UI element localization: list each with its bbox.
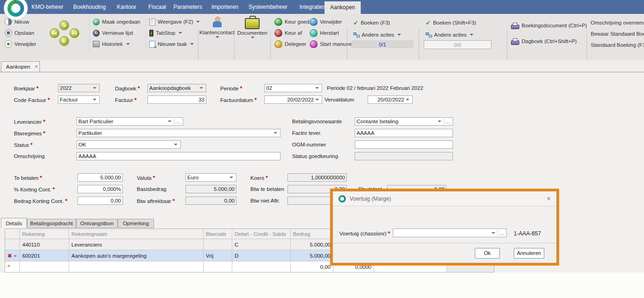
menu-parameters[interactable]: Parameters [171,0,205,14]
vervaldatum-picker[interactable]: 20/02/2022 [368,95,413,104]
menu-kmo-beheer[interactable]: KMO-beheer [29,0,66,14]
vernieuw-lijst-button[interactable]: ↻Vernieuw lijst [93,29,133,37]
skip-forward-icon [75,32,77,35]
code-factuur-combo[interactable]: Factuur [58,95,100,104]
chevron-down-icon [174,144,178,146]
omschrijving-overnemen-button[interactable]: Omschrijving overnemen [591,19,644,27]
tab-aankopen[interactable]: Aankopen × [1,61,40,72]
bedrag-korting-label: Bedrag Korting Cont. [14,198,67,204]
ellipsis-button[interactable]: … [174,119,182,124]
dialog-title-bar[interactable]: Voertuig (Marge) × [333,191,556,206]
ok-button[interactable]: Ok [475,248,500,259]
documenten-button[interactable]: Documenten [236,16,269,38]
nav-last-button[interactable]: ▶ [70,28,79,38]
tab-details[interactable]: Details [1,218,27,228]
current-row-arrow-icon: ▶ [14,254,17,258]
leverancier-combo[interactable]: Bart Particulier … [77,117,183,126]
koers-input: 1,0000000000 [287,173,347,182]
betalingsvoorwaarde-combo[interactable]: Contante betaling … [355,117,453,126]
weergave-button[interactable]: Weergave (F2) [149,18,200,26]
verwijder-goedkeuring-button[interactable]: Verwijder [310,18,342,26]
koers-label: Koers [250,175,268,181]
tabstop-button[interactable]: TabStop [149,29,182,37]
col-rekeningnaam[interactable]: Rekeningnaam [69,229,204,239]
chevron-down-icon [274,132,277,134]
printer-icon [511,40,519,45]
nav-previous-button[interactable]: ◀ [59,20,69,30]
document-tab-strip [0,60,644,72]
bewaar-standaard-boeking-button[interactable]: Bewaar Standaard Boeking [591,30,644,38]
reject-icon [274,29,282,37]
standaard-boeking-button[interactable]: Standaard Boeking (F10) [591,41,644,49]
new-row-star-icon: * [7,265,10,269]
andere-acties-ubl-button[interactable]: Andere acties [353,31,401,39]
boeken-f3-button[interactable]: ✔Boeken (F3) [353,19,390,27]
voertuig-chassisnr-combo[interactable]: … [393,228,507,237]
bedrag-korting-input[interactable]: 0,00 [77,197,123,205]
remove-approval-icon [310,18,318,26]
ellipsis-button[interactable]: … [444,119,452,124]
historiek-button[interactable]: Historiek [93,40,130,48]
status-goedkeuring-input [355,152,453,160]
col-btwcode[interactable]: Btwcode [204,229,232,239]
menu-tab-aankopen[interactable]: Aankopen [325,1,361,14]
tab-betalingsopdracht[interactable]: Betalingsopdracht [27,219,76,228]
herstart-button[interactable]: Herstart [310,29,339,37]
nav-first-button[interactable]: ◀ [50,28,59,38]
chevron-down-icon [251,37,255,38]
menu-boekhouding[interactable]: Boekhouding [70,0,108,14]
pct-korting-input[interactable]: 0,000% [77,185,123,193]
boeken-shift-f3-button[interactable]: ✔Boeken (Shift+F3) [426,19,476,27]
btw-te-betalen-label: Btw te betalen [250,186,284,192]
annuleren-button[interactable]: Annuleren [514,248,544,259]
restart-icon [310,29,318,37]
ribbon: Nieuw Opslaan Verwijder ◀ ◀ ▶ ▶ ↶Maak on… [0,14,644,60]
andere-acties-basecone-button[interactable]: Andere acties [426,31,473,39]
btw-aftrekbaar-label: Btw aftrekbaar [137,198,175,204]
dagboek-print-button[interactable]: Dagboek (Ctrl+Shift+P) [511,37,577,45]
chevron-down-icon [438,120,441,122]
close-icon[interactable]: × [547,195,551,203]
col-rekening[interactable]: Rekening [20,229,69,239]
factnr-lever-label: Factnr lever. [292,130,321,136]
factuurdatum-label: Factuurdatum [220,97,257,103]
status-combo[interactable]: OK [77,140,181,149]
menu-fiscaal[interactable]: Fiscaal [146,0,169,14]
col-bedrag[interactable]: Bedrag [291,229,333,239]
keur-goed-button[interactable]: Keur goed [274,18,309,26]
menu-systeembeheer[interactable]: Systeembeheer [246,0,290,14]
boekjaar-combo[interactable]: 2022 [58,84,100,92]
btw-niet-aftr-label: Btw niet Aftr. [250,198,280,203]
ogm-nummer-input[interactable] [355,140,453,149]
ellipsis-button[interactable]: … [497,230,505,236]
delegeer-button[interactable]: Delegeer [274,40,306,48]
factuur-input[interactable]: 33 [147,95,206,104]
tab-ontvangstbon[interactable]: Ontvangstbon [76,219,118,228]
leverancier-label: Leverancier [14,119,45,125]
tab-close-icon[interactable]: × [35,63,38,70]
basisbedrag-label: Basisbedrag [137,186,166,192]
col-debet-credit-saldo[interactable]: Debet - Credit - Saldo [232,229,291,239]
factnr-lever-input[interactable]: AAAAA [355,129,453,137]
menu-importeren[interactable]: Importeren [209,0,241,14]
tab-opmerking[interactable]: Opmerking [118,219,154,228]
maak-ongedaan-button[interactable]: ↶Maak ongedaan [93,18,140,26]
factuurdatum-picker[interactable]: 20/02/2022 [264,95,322,104]
boekingsdocument-button[interactable]: Boekingsdocument (Ctrl+P) [511,21,587,30]
nav-next-button[interactable]: ▶ [59,36,69,46]
nieuwe-taak-button[interactable]: Nieuwe taak [149,40,194,48]
omschrijving-input[interactable]: AAAAA [77,152,281,160]
keur-af-button[interactable]: Keur af [274,29,302,37]
klantencontact-button[interactable]: Klantencontact [200,17,234,38]
periode-combo[interactable]: 02 [264,84,322,92]
menu-integraties[interactable]: Integraties [297,0,328,14]
opslaan-button[interactable]: Opslaan [5,29,34,37]
te-betalen-input[interactable]: 5.000,00 [77,173,123,182]
verwijder-button[interactable]: Verwijder [5,40,36,48]
btwregimes-combo[interactable]: Partikulier [77,129,281,137]
betalingsvoorwaarde-label: Betalingsvoorwaarde [292,119,342,124]
menu-kantoor[interactable]: Kantoor [114,0,139,14]
refresh-icon: ↻ [93,30,100,37]
valuta-combo[interactable]: Euro [185,173,236,182]
dagboek-combo[interactable]: Aankoopdagboek [147,84,206,92]
